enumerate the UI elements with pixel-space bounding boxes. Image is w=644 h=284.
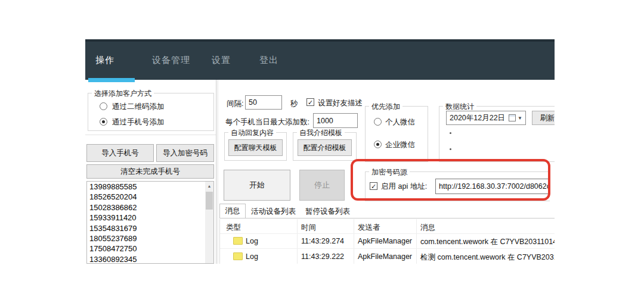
interval-input[interactable]: 50 [245, 95, 282, 110]
chat-template-button[interactable]: 配置聊天模板 [228, 139, 283, 156]
intro-template-group-title: 自我介绍模板 [297, 128, 345, 138]
log-tab-paused-devices[interactable]: 暂停设备列表 [301, 205, 354, 218]
api-enable-checkbox[interactable]: ✓ [370, 182, 377, 190]
phone-number-list[interactable]: 13989885585 18526520204 15028386862 1593… [86, 181, 214, 264]
start-button[interactable]: 开始 [224, 170, 290, 201]
chevron-down-icon: ▼ [518, 116, 522, 121]
radio-enterprise-wechat-label[interactable]: 企业微信 [385, 140, 415, 150]
log-row-message[interactable]: com.tencent.wework 在 C7YVB20311014 [420, 237, 555, 247]
radio-personal-wechat[interactable] [374, 118, 382, 126]
tab-operation[interactable]: 操作 [95, 55, 114, 66]
left-panel-separator [85, 135, 216, 135]
row-divider [220, 233, 555, 234]
auto-reply-group-title: 自动回复内容 [228, 128, 276, 138]
radio-add-by-phone[interactable] [100, 118, 107, 126]
log-row-type[interactable]: Log [246, 237, 258, 245]
encrypted-source-group-title: 加密号码源 [369, 167, 410, 177]
log-row-time[interactable]: 11:43:29.222 [301, 252, 344, 261]
tab-settings[interactable]: 设置 [212, 55, 231, 66]
clear-unfinished-button[interactable]: 清空未完成手机号 [86, 164, 214, 179]
add-method-group-title: 选择添加客户方式 [92, 89, 154, 99]
scrollbar-thumb[interactable] [206, 192, 213, 210]
log-tab-active-devices[interactable]: 活动设备列表 [247, 205, 300, 218]
max-add-input[interactable]: 1000 [313, 113, 358, 128]
column-header-message: 消息 [420, 223, 435, 233]
phone-list-item[interactable]: 15354831679 [87, 223, 213, 233]
stop-button[interactable]: 停止 [299, 170, 345, 201]
priority-group: 优先添加 [365, 106, 428, 162]
interval-label: 间隔: [227, 99, 243, 109]
scroll-up-icon[interactable]: ▲ [205, 182, 213, 191]
column-header-time: 时间 [301, 223, 316, 233]
panel-splitter[interactable] [216, 80, 218, 264]
phone-list-item[interactable]: 13989885585 [87, 182, 213, 192]
tab-logout[interactable]: 登出 [259, 55, 278, 66]
phone-list-scrollbar[interactable]: ▲ [205, 182, 213, 264]
refresh-button[interactable]: 刷新 [532, 111, 555, 125]
stats-date-value: 2020年12月22日 [450, 113, 505, 123]
api-url-input[interactable]: http://192.168.30.37:7002/d8062c [435, 179, 550, 194]
radio-personal-wechat-label[interactable]: 个人微信 [385, 117, 415, 127]
column-separator [354, 219, 354, 264]
radio-add-by-phone-label[interactable]: 通过手机号添加 [112, 117, 165, 127]
stats-date-picker[interactable]: 2020年12月22日 ▼ [446, 111, 526, 125]
app-window: 操作 设备管理 设置 登出 选择添加客户方式 通过二维码添加 通过手机号添加 导… [85, 39, 555, 264]
import-phone-button[interactable]: 导入手机号 [86, 144, 154, 162]
row-divider [220, 248, 555, 249]
phone-list-item[interactable]: 15028386862 [87, 202, 213, 213]
priority-group-title: 优先添加 [369, 102, 402, 112]
log-file-icon [233, 237, 243, 245]
column-separator [297, 219, 298, 264]
active-tab-underline [88, 78, 135, 82]
column-header-sender: 发送者 [358, 223, 380, 233]
stats-bullet [450, 148, 451, 150]
tabstrip-divider [219, 218, 555, 219]
import-encrypted-button[interactable]: 导入加密号码 [156, 144, 214, 162]
max-add-label: 每个手机当日最大添加数: [225, 117, 309, 127]
column-header-type: 类型 [226, 223, 241, 233]
table-left-border [219, 219, 220, 264]
interval-unit-label: 秒 [290, 99, 298, 109]
phone-list-item[interactable]: 17508472750 [87, 244, 213, 254]
friend-desc-checkbox[interactable]: ✓ [306, 98, 314, 106]
tab-device-management[interactable]: 设备管理 [152, 55, 190, 66]
api-enable-label[interactable]: 启用 api 地址: [381, 182, 427, 192]
log-file-icon [233, 252, 243, 260]
calendar-icon [509, 114, 516, 121]
log-row-type[interactable]: Log [246, 252, 258, 261]
column-separator [416, 219, 417, 264]
log-row-sender[interactable]: ApkFileManager [358, 237, 412, 245]
stats-bullet [450, 132, 451, 134]
intro-template-button[interactable]: 配置介绍模板 [298, 139, 352, 156]
radio-add-by-qrcode-label[interactable]: 通过二维码添加 [112, 102, 165, 112]
log-tab-messages[interactable]: 消息 [219, 204, 246, 218]
phone-list-item[interactable]: 18055237689 [87, 233, 213, 244]
phone-list-item[interactable]: 15933911420 [87, 213, 213, 223]
radio-enterprise-wechat[interactable] [374, 141, 382, 148]
header-bar: 操作 设备管理 设置 登出 [85, 39, 555, 80]
log-row-time[interactable]: 11:43:29.274 [301, 237, 344, 245]
phone-list-item[interactable]: 18526520204 [87, 192, 213, 202]
phone-list-item[interactable]: 13360892345 [87, 254, 213, 264]
radio-add-by-qrcode[interactable] [100, 102, 107, 110]
log-row-message[interactable]: 检测 com.tencent.wework 在 C7YVB2031 [420, 252, 555, 263]
friend-desc-label[interactable]: 设置好友描述 [318, 98, 363, 108]
log-row-sender[interactable]: ApkFileManager [358, 252, 412, 261]
